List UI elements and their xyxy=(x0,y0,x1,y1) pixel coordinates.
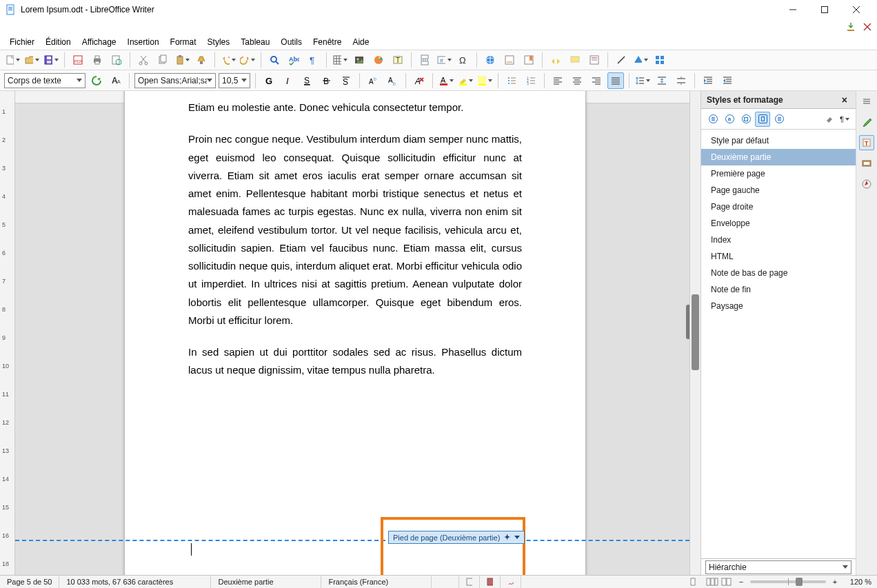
open-button[interactable] xyxy=(23,52,40,68)
decrease-indent-button[interactable] xyxy=(719,72,736,89)
align-center-button[interactable] xyxy=(569,72,585,89)
style-row[interactable]: Index xyxy=(701,232,856,248)
style-row[interactable]: Page droite xyxy=(701,199,856,215)
menu-window[interactable]: Fenêtre xyxy=(308,36,347,48)
font-size-combo[interactable]: 10,5 xyxy=(219,73,250,88)
style-row[interactable]: Style par défaut xyxy=(701,132,856,149)
line-button[interactable] xyxy=(613,52,629,68)
menu-tools[interactable]: Outils xyxy=(275,36,308,48)
copy-button[interactable] xyxy=(154,52,171,68)
export-pdf-button[interactable]: PDF xyxy=(70,52,86,68)
highlight-button[interactable] xyxy=(457,72,474,89)
close-button[interactable] xyxy=(841,0,871,19)
page-style-indicator[interactable]: Deuxième partie xyxy=(211,576,321,588)
shapes-button[interactable] xyxy=(632,52,649,68)
minimize-button[interactable] xyxy=(778,0,808,19)
image-button[interactable] xyxy=(351,52,367,68)
decrease-para-space-button[interactable] xyxy=(673,72,689,89)
table-button[interactable] xyxy=(332,52,348,68)
paragraph-style-combo[interactable]: Corps de texte xyxy=(4,73,85,88)
align-right-button[interactable] xyxy=(588,72,605,89)
zoom-out-button[interactable]: − xyxy=(736,578,746,586)
page-break-button[interactable] xyxy=(416,52,433,68)
special-char-button[interactable]: Ω xyxy=(455,52,472,68)
clone-format-button[interactable] xyxy=(193,52,210,68)
view-layout-book[interactable] xyxy=(720,576,734,588)
field-button[interactable]: # xyxy=(436,52,452,68)
properties-tab[interactable] xyxy=(859,114,874,130)
underline-button[interactable]: S xyxy=(299,72,316,89)
style-row[interactable]: Note de fin xyxy=(701,281,856,298)
print-button[interactable] xyxy=(89,52,105,68)
page[interactable]: Etiam eu molestie ante. Donec vehicula c… xyxy=(124,91,586,575)
download-icon[interactable] xyxy=(845,21,856,32)
style-row[interactable]: Deuxième partie xyxy=(701,149,856,165)
style-row[interactable]: Enveloppe xyxy=(701,215,856,232)
view-layout-single[interactable] xyxy=(681,576,705,588)
paragraph[interactable]: Etiam eu molestie ante. Donec vehicula c… xyxy=(188,99,522,116)
menu-view[interactable]: Affichage xyxy=(77,36,122,48)
menu-edit[interactable]: Édition xyxy=(40,36,77,48)
page-indicator[interactable]: Page 5 de 50 xyxy=(0,576,59,588)
align-left-button[interactable] xyxy=(550,72,566,89)
new-style-from-sel-button[interactable]: ¶ xyxy=(838,112,851,126)
font-name-combo[interactable]: Open Sans;Arial;sans xyxy=(134,73,216,88)
new-doc-button[interactable] xyxy=(4,52,21,68)
chart-button[interactable] xyxy=(370,52,387,68)
menu-file[interactable]: Fichier xyxy=(4,36,40,48)
footer-dropdown[interactable]: Pied de page (Deuxième partie)✦ xyxy=(388,531,525,544)
list-styles-tab[interactable] xyxy=(772,112,787,127)
spellcheck-button[interactable]: Abc xyxy=(285,52,302,68)
increase-indent-button[interactable] xyxy=(700,72,716,89)
close-doc-icon[interactable] xyxy=(862,21,873,32)
vertical-scrollbar[interactable] xyxy=(689,91,700,575)
subscript-button[interactable]: Ab xyxy=(384,72,401,89)
increase-para-space-button[interactable] xyxy=(654,72,670,89)
maximize-button[interactable] xyxy=(809,0,840,19)
view-layout-multi[interactable] xyxy=(705,576,720,588)
new-style-button[interactable]: AA xyxy=(108,72,124,89)
paragraph[interactable]: Proin nec congue neque. Vestibulum inter… xyxy=(188,130,522,330)
italic-button[interactable]: I xyxy=(280,72,296,89)
strike-button[interactable]: B xyxy=(319,72,335,89)
menu-styles[interactable]: Styles xyxy=(202,36,236,48)
paragraph[interactable]: In sed sapien ut dui porttitor sodales s… xyxy=(188,343,522,380)
page-styles-tab[interactable] xyxy=(755,112,770,127)
print-preview-button[interactable] xyxy=(108,52,125,68)
signature-status[interactable] xyxy=(501,576,521,588)
formatting-marks-button[interactable]: ¶ xyxy=(305,52,321,68)
style-row[interactable]: HTML xyxy=(701,248,856,265)
font-color-button[interactable]: A xyxy=(438,72,454,89)
save-button[interactable] xyxy=(43,52,59,68)
style-row[interactable]: Note de bas de page xyxy=(701,265,856,281)
bold-button[interactable]: G xyxy=(261,72,277,89)
style-filter-combo[interactable]: Hiérarchie xyxy=(705,560,851,574)
bullet-list-button[interactable] xyxy=(503,72,520,89)
clear-format-button[interactable]: A xyxy=(411,72,427,89)
vertical-ruler[interactable]: 1234567891011121314151618 xyxy=(0,91,15,575)
panel-close-button[interactable]: × xyxy=(839,94,850,105)
cut-button[interactable] xyxy=(135,52,152,68)
paragraph-styles-tab[interactable] xyxy=(705,112,720,127)
hyperlink-button[interactable] xyxy=(482,52,498,68)
cross-ref-button[interactable] xyxy=(547,52,564,68)
track-changes-button[interactable] xyxy=(586,52,603,68)
zoom-in-button[interactable]: + xyxy=(830,578,840,586)
document-area[interactable]: 1234567891011121314151617 Etiam eu moles… xyxy=(15,91,689,575)
scroll-thumb[interactable] xyxy=(692,294,699,370)
doc-modified[interactable] xyxy=(480,576,501,588)
paste-button[interactable] xyxy=(174,52,190,68)
style-row[interactable]: Première page xyxy=(701,165,856,182)
find-button[interactable] xyxy=(266,52,283,68)
gallery-tab[interactable] xyxy=(859,156,874,171)
align-justify-button[interactable] xyxy=(607,72,624,89)
update-style-button[interactable] xyxy=(88,72,105,89)
word-count[interactable]: 10 033 mots, 67 636 caractères xyxy=(59,576,211,588)
menu-help[interactable]: Aide xyxy=(347,36,374,48)
textbox-button[interactable]: T xyxy=(390,52,406,68)
grid-button[interactable] xyxy=(652,52,668,68)
line-spacing-button[interactable] xyxy=(634,72,651,89)
menu-format[interactable]: Format xyxy=(165,36,202,48)
char-bg-button[interactable]: A xyxy=(476,72,493,89)
selection-mode[interactable] xyxy=(459,576,480,588)
